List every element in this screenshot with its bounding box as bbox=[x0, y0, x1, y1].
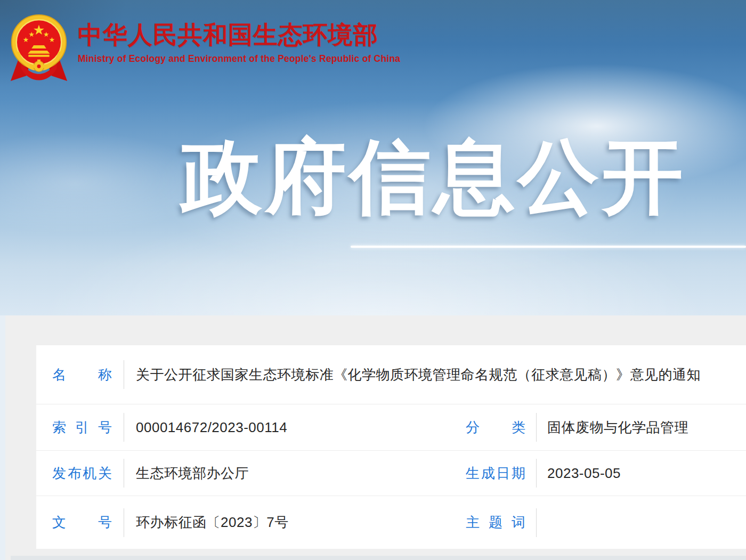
ministry-name-cn: 中华人民共和国生态环境部 bbox=[78, 21, 400, 48]
svg-text:★: ★ bbox=[43, 30, 49, 38]
field-value-doc-number: 环办标征函〔2023〕7号 bbox=[136, 513, 450, 532]
field-label-generated-date: 生成日期 bbox=[466, 464, 525, 483]
field-label-name: 名称 bbox=[52, 366, 112, 384]
ministry-name-en: Ministry of Ecology and Environment of t… bbox=[78, 53, 400, 64]
page-title: 政府信息公开 bbox=[181, 132, 686, 221]
china-national-emblem-icon: ★ ★ ★ ★ ★ bbox=[7, 10, 70, 88]
svg-text:★: ★ bbox=[49, 36, 55, 44]
field-label-category: 分类 bbox=[466, 418, 525, 437]
field-divider bbox=[536, 508, 537, 537]
content-background: 名称 关于公开征求国家生态环境标准《化学物质环境管理命名规范（征求意见稿）》意见… bbox=[5, 315, 746, 560]
field-label-subject-words: 主题词 bbox=[466, 513, 525, 532]
field-divider bbox=[124, 459, 124, 488]
field-divider bbox=[124, 413, 124, 442]
field-value-generated-date: 2023-05-05 bbox=[547, 465, 746, 482]
field-value-index-number: 000014672/2023-00114 bbox=[136, 419, 450, 436]
field-label-doc-number: 文号 bbox=[52, 513, 112, 532]
sky-banner-section: ★ ★ ★ ★ ★ 中华人民共和国生态环境部 Ministry of Ecolo… bbox=[0, 0, 746, 315]
header-text-block: 中华人民共和国生态环境部 Ministry of Ecology and Env… bbox=[78, 10, 400, 64]
field-value-category: 固体废物与化学品管理 bbox=[547, 418, 746, 437]
field-label-issuing-agency: 发布机关 bbox=[52, 464, 112, 483]
title-underline bbox=[351, 246, 746, 248]
field-value-issuing-agency: 生态环境部办公厅 bbox=[136, 464, 450, 483]
svg-text:★: ★ bbox=[23, 36, 29, 44]
field-label-index-number: 索引号 bbox=[52, 418, 112, 437]
info-row-index: 索引号 000014672/2023-00114 分类 固体废物与化学品管理 bbox=[36, 404, 746, 450]
field-divider bbox=[124, 508, 124, 537]
svg-text:★: ★ bbox=[29, 30, 35, 38]
field-divider bbox=[536, 459, 537, 488]
info-row-doc-number: 文号 环办标征函〔2023〕7号 主题词 bbox=[36, 496, 746, 549]
bottom-edge-strip bbox=[11, 556, 746, 560]
field-divider bbox=[124, 360, 124, 389]
content-section: 名称 关于公开征求国家生态环境标准《化学物质环境管理命名规范（征求意见稿）》意见… bbox=[0, 315, 746, 560]
site-header: ★ ★ ★ ★ ★ 中华人民共和国生态环境部 Ministry of Ecolo… bbox=[7, 10, 400, 88]
page: { "header": { "ministry_name_cn": "中华人民共… bbox=[0, 0, 746, 560]
document-info-card: 名称 关于公开征求国家生态环境标准《化学物质环境管理命名规范（征求意见稿）》意见… bbox=[36, 345, 746, 549]
info-row-issuer: 发布机关 生态环境部办公厅 生成日期 2023-05-05 bbox=[36, 450, 746, 496]
field-value-name: 关于公开征求国家生态环境标准《化学物质环境管理命名规范（征求意见稿）》意见的通知 bbox=[136, 366, 746, 384]
field-divider bbox=[536, 413, 537, 442]
info-row-name: 名称 关于公开征求国家生态环境标准《化学物质环境管理命名规范（征求意见稿）》意见… bbox=[36, 345, 746, 404]
